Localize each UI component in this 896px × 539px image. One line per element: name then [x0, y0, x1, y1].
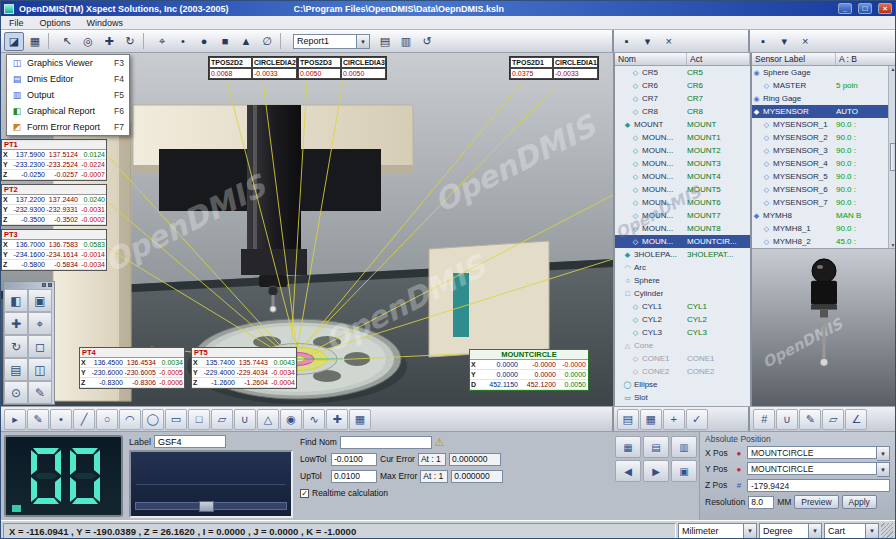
z-pos-value[interactable]: -179.9424 [747, 479, 890, 492]
view-palette[interactable]: ◧ ▣ ✚ ⌖ ↻ ◻ ▤ ◫ [3, 281, 55, 405]
result-panel-pt5[interactable]: PT5 X 135.7400 135.7443 0.0043 Y -229.40… [191, 347, 297, 389]
dimension-annotation[interactable]: TPOS2D2 CIRCLEDIA2 0.0068 -0.0033 [208, 56, 298, 80]
record-icon[interactable]: ● [734, 465, 744, 474]
tree-row[interactable]: ◇ MOUN... MOUNT5 [615, 183, 750, 196]
separator[interactable] [48, 33, 54, 49]
fb-sphere-icon[interactable]: ◉ [280, 409, 302, 430]
fb-rect-icon[interactable]: □ [188, 409, 210, 430]
export-button-icon[interactable]: ▥ [671, 436, 697, 458]
refresh-icon[interactable]: ↺ [417, 32, 437, 51]
dimension-annotation[interactable]: TPOS2D3 CIRCLEDIA3 0.0050 0.0050 [297, 56, 387, 80]
sensor-row[interactable]: ◇ MYSENSOR_3 90.0 : [752, 144, 896, 157]
fb-cone-icon[interactable]: △ [257, 409, 279, 430]
sensor-row[interactable]: ◆ MYMH8 MAN B [752, 209, 896, 222]
fb-measure-icon[interactable]: ✚ [326, 409, 348, 430]
close-button[interactable]: × [878, 3, 892, 14]
print-report-icon[interactable]: ▤ [375, 32, 395, 51]
tree-row[interactable]: ◠ Arc [615, 261, 750, 274]
tree-row[interactable]: ◇ CONE1 CONE1 [615, 352, 750, 365]
tree-row[interactable]: ◇ MOUN... MOUNT2 [615, 144, 750, 157]
sensor-pin-icon[interactable]: ▪ [753, 32, 773, 51]
minimize-button[interactable]: _ [838, 3, 852, 14]
snap-grid-icon[interactable]: # [753, 409, 775, 430]
lowtol-input[interactable] [331, 453, 377, 466]
tree-close-icon[interactable]: × [659, 32, 679, 51]
menu-option[interactable]: ▤ Dmis Editor F4 [7, 71, 129, 87]
maximize-button[interactable]: □ [858, 3, 872, 14]
tree-row[interactable]: ○ Sphere [615, 274, 750, 287]
sensor-row[interactable]: ◉ Ring Gage [752, 92, 896, 105]
fb-grid-icon[interactable]: ▦ [349, 409, 371, 430]
fb-ellipse-icon[interactable]: ◯ [142, 409, 164, 430]
rotate-icon[interactable]: ↻ [4, 335, 28, 358]
tree-row[interactable]: ◇ MOUN... MOUNT1 [615, 131, 750, 144]
unit-combo[interactable]: Milimeter ▾ [678, 523, 757, 539]
unit-value[interactable]: Milimeter [678, 523, 744, 539]
sensor-close-icon[interactable]: × [795, 32, 815, 51]
menu-option[interactable]: ◫ Graphics Viewer F3 [7, 55, 129, 71]
fb-cylinder-icon[interactable]: ∪ [234, 409, 256, 430]
coord-frame-value[interactable]: Cart [824, 523, 866, 539]
view-front-icon[interactable]: ▣ [28, 289, 52, 312]
menu-item[interactable]: Windows [79, 16, 132, 30]
tree-row[interactable]: ◇ MOUN... MOUNTCIR... [615, 235, 750, 248]
tree-row[interactable]: ◇ CR8 CR8 [615, 105, 750, 118]
menu-item[interactable]: File [1, 16, 32, 30]
resize-grip[interactable] [881, 523, 893, 539]
coord-frame-combo[interactable]: Cart ▾ [824, 523, 879, 539]
fb-select-icon[interactable]: ▸ [4, 409, 26, 430]
sensor-row[interactable]: ◇ MYSENSOR_4 90.0 : [752, 157, 896, 170]
sensor-dock-icon[interactable]: ▾ [774, 32, 794, 51]
menu-option[interactable]: ◩ Form Error Report F7 [7, 119, 129, 135]
chevron-down-icon[interactable]: ▾ [877, 446, 890, 461]
tree-pin-icon[interactable]: ▪ [617, 32, 637, 51]
dmis-output-icon[interactable]: ▥ [396, 32, 416, 51]
palette-pin-icon[interactable] [42, 283, 46, 287]
palette-close-icon[interactable] [48, 283, 52, 287]
grid-icon[interactable]: # [734, 481, 744, 490]
find-nom-input[interactable] [340, 436, 432, 449]
sensor-row[interactable]: ◉ Sphere Gage [752, 66, 896, 79]
plane-feature-icon[interactable]: ■ [215, 32, 235, 51]
pan-icon[interactable]: ✚ [99, 32, 119, 51]
report-combo[interactable]: Report1 ▾ [293, 34, 370, 49]
fb-curve-icon[interactable]: ∿ [303, 409, 325, 430]
tree-row[interactable]: ◇ CR5 CR5 [615, 66, 750, 79]
axes-icon[interactable]: ✚ [4, 312, 28, 335]
zoom-icon[interactable]: ◎ [78, 32, 98, 51]
point-feature-icon[interactable]: • [173, 32, 193, 51]
angle-icon[interactable]: ∠ [845, 409, 867, 430]
record-icon[interactable]: ● [734, 449, 744, 458]
tree-row[interactable]: ◇ CYL3 CYL3 [615, 326, 750, 339]
tree-row[interactable]: ◇ CONE2 CONE2 [615, 365, 750, 378]
graph-scrollbar[interactable] [135, 502, 287, 510]
result-panel-pt4[interactable]: PT4 X 136.4500 136.4534 0.0034 Y -230.60… [79, 347, 185, 389]
graph-button-icon[interactable]: ▦ [615, 436, 641, 458]
tree-row[interactable]: ◇ MOUN... MOUNT4 [615, 170, 750, 183]
result-panel-pt3[interactable]: PT3 X 136.7000 136.7583 0.0583 Y -234.16… [1, 229, 107, 271]
tree-nom-header[interactable]: Nom [615, 53, 687, 65]
annotate-icon[interactable]: ✎ [799, 409, 821, 430]
next-button-icon[interactable]: ▶ [643, 460, 669, 482]
ruler-icon[interactable]: ▱ [822, 409, 844, 430]
separator[interactable] [143, 33, 149, 49]
chevron-down-icon[interactable]: ▾ [809, 523, 822, 539]
prev-button-icon[interactable]: ◀ [615, 460, 641, 482]
tree-row[interactable]: ◆ MOUNT MOUNT [615, 118, 750, 131]
result-panel-pt2[interactable]: PT2 X 137.2200 137.2440 0.0240 Y -232.93… [1, 184, 107, 226]
chevron-down-icon[interactable]: ▾ [866, 523, 879, 539]
tree-act-header[interactable]: Act [687, 53, 750, 65]
x-pos-value[interactable]: MOUNTCIRCLE [747, 446, 877, 459]
layers-icon[interactable]: ▤ [4, 358, 28, 381]
tree-row[interactable]: ◇ CYL1 CYL1 [615, 300, 750, 313]
probe-mode-icon[interactable]: ⌖ [152, 32, 172, 51]
fb-point-icon[interactable]: • [50, 409, 72, 430]
menu-option[interactable]: ▥ Output F5 [7, 87, 129, 103]
viewer-windows-icon[interactable]: ◪ [4, 32, 24, 51]
tree-row[interactable]: ◇ CR7 CR7 [615, 92, 750, 105]
sensor-row[interactable]: ◇ MYSENSOR_7 90.0 : [752, 196, 896, 209]
sensor-row[interactable]: ◇ MYSENSOR_5 90.0 : [752, 170, 896, 183]
dimension-annotation[interactable]: TPOS2D1 CIRCLEDIA1 0.0375 -0.0033 [509, 56, 599, 80]
angle-combo[interactable]: Degree ▾ [759, 523, 822, 539]
fb-plane-icon[interactable]: ▱ [211, 409, 233, 430]
